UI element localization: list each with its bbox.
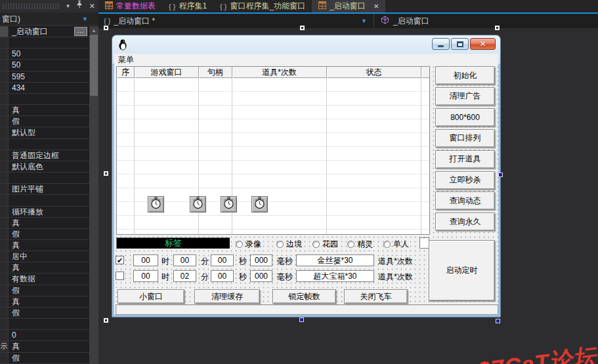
property-value-cell[interactable]: 默认底色 (9, 161, 89, 172)
property-value-cell[interactable]: 假 (9, 353, 89, 363)
chevron-down-icon[interactable]: ▾ (66, 0, 70, 12)
checkbox[interactable]: ✔ (116, 256, 124, 264)
property-value-cell[interactable]: 真 (9, 262, 89, 273)
close-button[interactable]: ✕ (470, 38, 496, 50)
property-row[interactable]: 普通固定边框 (0, 150, 89, 161)
side-button[interactable]: 查询动态 (435, 192, 495, 210)
hour-field[interactable]: 00 (133, 270, 158, 282)
property-value-cell[interactable]: 图片平铺 (9, 184, 89, 194)
selection-handle[interactable] (300, 26, 305, 30)
property-value-cell[interactable] (9, 172, 89, 183)
property-value-cell[interactable]: 假 (9, 308, 89, 318)
property-row[interactable] (0, 37, 89, 49)
property-row[interactable]: 434 (0, 83, 89, 94)
selection-handle[interactable] (498, 172, 503, 177)
maximize-button[interactable] (451, 38, 469, 50)
small-edit[interactable] (419, 237, 429, 249)
property-value-cell[interactable]: 真 (9, 240, 89, 251)
property-value-cell[interactable]: 真 (9, 296, 89, 307)
property-value-cell[interactable]: 50 (9, 60, 89, 70)
property-value-cell[interactable]: 真 (9, 341, 89, 352)
property-value-cell[interactable]: 有数据 (9, 273, 89, 284)
property-row[interactable]: 假 (0, 116, 89, 127)
ellipsis-button[interactable]: ... (74, 27, 87, 36)
checkbox[interactable] (116, 272, 124, 280)
bottom-button[interactable]: 关闭飞车 (344, 289, 408, 304)
menu-item[interactable]: 菜单 (118, 54, 134, 65)
property-value-cell[interactable]: 普通固定边框 (9, 150, 89, 161)
dropdown-arrow-icon[interactable]: ▼ (82, 12, 88, 26)
breadcrumb-right[interactable]: _启动窗口 (374, 16, 429, 27)
property-value-cell[interactable]: 假 (9, 285, 89, 296)
column-header[interactable]: 句柄 (199, 67, 232, 78)
side-button[interactable]: 打开道具 (435, 150, 495, 169)
close-tab-icon[interactable]: ✕ (374, 3, 379, 10)
column-header[interactable]: 游戏窗口 (135, 67, 199, 78)
pin-icon[interactable] (76, 0, 83, 13)
breadcrumb-left[interactable]: { }_启动窗口 * ▼ (98, 14, 374, 28)
property-row[interactable]: 默认底色 (0, 161, 89, 172)
radio-option[interactable]: 录像 (236, 239, 261, 250)
radio-option[interactable]: 花园 (312, 239, 338, 250)
property-value-cell[interactable]: 假 (9, 229, 89, 239)
property-row[interactable]: 真 (0, 262, 89, 273)
selection-handle[interactable] (104, 318, 108, 323)
property-row-object[interactable]: _启动窗口 ... (0, 26, 89, 37)
property-row[interactable]: 假 (0, 308, 89, 319)
property-row[interactable]: 真 (0, 218, 89, 229)
property-value-cell[interactable]: 595 (9, 71, 89, 82)
property-row[interactable]: 假 (0, 285, 89, 296)
property-row[interactable]: 图片平铺 (0, 184, 89, 195)
timer-component[interactable] (221, 196, 237, 212)
dropdown-arrow-icon[interactable]: ▼ (361, 14, 367, 28)
minimize-button[interactable] (432, 38, 450, 50)
property-row[interactable]: 假 (0, 229, 89, 240)
property-value-cell[interactable] (9, 37, 89, 48)
column-header[interactable]: 序 (117, 67, 135, 78)
property-row[interactable] (0, 319, 89, 330)
property-row[interactable] (0, 195, 89, 206)
bottom-button[interactable]: 锁定帧数 (272, 289, 336, 304)
property-row[interactable]: 真 (0, 105, 89, 116)
document-tab[interactable]: { }窗口程序集_功能窗口 (213, 0, 312, 12)
property-row[interactable]: 居中 (0, 251, 89, 262)
close-panel-icon[interactable]: ✕ (89, 0, 95, 12)
selection-handle[interactable] (299, 317, 304, 322)
property-value-cell[interactable] (9, 139, 89, 150)
scroll-up-icon[interactable]: ▲ (89, 26, 98, 35)
hour-field[interactable]: 00 (133, 254, 158, 266)
second-field[interactable]: 00 (211, 270, 234, 282)
scrollbar[interactable]: ▲ (89, 26, 98, 364)
timer-component[interactable] (190, 196, 206, 212)
second-field[interactable]: 00 (211, 254, 234, 266)
property-row[interactable] (0, 172, 89, 184)
property-value-cell[interactable]: 真 (9, 105, 89, 115)
document-tab[interactable]: { }程序集1 (162, 0, 213, 12)
property-value-cell[interactable] (9, 195, 89, 205)
milli-field[interactable]: 000 (250, 254, 272, 266)
selection-handle[interactable] (496, 319, 500, 323)
timer-component[interactable] (148, 196, 164, 212)
property-value-cell[interactable]: 居中 (9, 251, 89, 262)
milli-field[interactable]: 000 (250, 270, 272, 282)
property-value-cell[interactable]: 循环播放 (9, 207, 89, 217)
radio-option[interactable]: 边境 (276, 239, 302, 250)
property-row[interactable]: 假 (0, 353, 89, 364)
property-value-cell[interactable]: 434 (9, 83, 89, 93)
property-value-cell[interactable]: 假 (9, 116, 89, 127)
property-row[interactable]: 默认型 (0, 127, 89, 138)
property-value-cell[interactable] (9, 319, 89, 329)
document-tab[interactable]: 常量数据表 (98, 0, 162, 12)
item-combo[interactable]: 超大宝箱*30 (296, 270, 374, 282)
item-combo[interactable]: 金丝篓*30 (296, 254, 374, 266)
property-value-cell[interactable]: 50 (9, 49, 89, 59)
minute-field[interactable]: 00 (173, 254, 196, 266)
property-value-cell[interactable]: 默认型 (9, 127, 89, 138)
column-header[interactable]: 状态 (327, 67, 421, 78)
property-row[interactable]: 595 (0, 71, 89, 83)
property-value-cell[interactable] (9, 94, 89, 104)
drag-grip[interactable] (2, 3, 59, 9)
object-combobox[interactable]: 窗口) ▼ (0, 12, 98, 26)
property-row[interactable]: 示真 (0, 341, 89, 352)
minute-field[interactable]: 02 (173, 270, 196, 282)
